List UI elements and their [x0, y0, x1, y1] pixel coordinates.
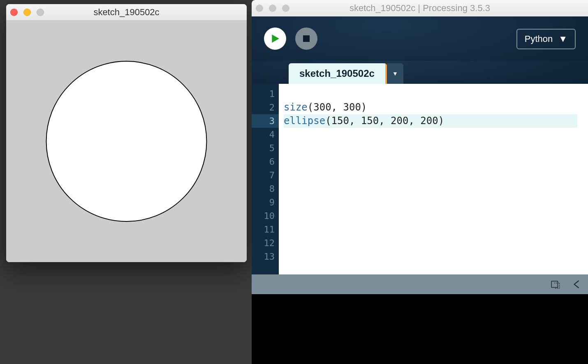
code-line[interactable]	[284, 168, 588, 182]
code-line[interactable]	[284, 223, 588, 236]
sketch-output-window: sketch_190502c	[6, 4, 247, 262]
message-bar	[252, 274, 588, 294]
mode-label: Python	[525, 34, 553, 44]
code-line[interactable]	[284, 209, 588, 223]
svg-rect-4	[551, 281, 558, 287]
maximize-icon[interactable]	[37, 9, 44, 16]
line-number: 1	[252, 87, 275, 101]
code-line[interactable]	[284, 87, 588, 101]
line-number: 5	[252, 141, 275, 155]
ide-toolbar: Python ▼	[252, 16, 588, 61]
text-token: (300, 300)	[308, 101, 367, 113]
code-editor[interactable]: 12345678910111213 size(300, 300)ellipse(…	[252, 84, 588, 274]
ide-titlebar: sketch_190502c | Processing 3.5.3	[252, 0, 588, 16]
code-line[interactable]	[284, 196, 588, 209]
close-icon[interactable]	[256, 5, 263, 12]
stop-button[interactable]	[295, 28, 317, 50]
code-line[interactable]: size(300, 300)	[284, 101, 588, 114]
code-line[interactable]	[284, 128, 588, 141]
ide-window: sketch_190502c | Processing 3.5.3 Python…	[252, 0, 588, 364]
tab-menu-button[interactable]: ▼	[387, 63, 403, 84]
keyword-token: ellipse	[284, 115, 325, 127]
minimize-icon[interactable]	[269, 5, 276, 12]
chevron-down-icon: ▼	[558, 34, 567, 44]
line-number: 9	[252, 196, 275, 209]
console-output[interactable]	[252, 294, 588, 364]
traffic-lights	[256, 5, 289, 12]
chevron-down-icon: ▼	[392, 70, 398, 77]
code-line[interactable]	[284, 236, 588, 250]
line-number: 13	[252, 250, 275, 263]
line-number: 11	[252, 223, 275, 236]
code-line[interactable]	[284, 141, 588, 155]
code-line[interactable]: ellipse(150, 150, 200, 200)	[284, 114, 588, 128]
ide-window-title: sketch_190502c | Processing 3.5.3	[252, 3, 588, 14]
file-tab-label: sketch_190502c	[299, 68, 375, 79]
line-number-gutter: 12345678910111213	[252, 84, 279, 274]
maximize-icon[interactable]	[282, 5, 289, 12]
text-token: (150, 150, 200, 200)	[325, 115, 444, 127]
svg-marker-2	[272, 35, 279, 43]
svg-rect-3	[303, 35, 310, 42]
line-number: 12	[252, 236, 275, 250]
run-button[interactable]	[264, 28, 286, 50]
line-number: 10	[252, 209, 275, 223]
close-icon[interactable]	[10, 9, 18, 16]
line-number: 8	[252, 182, 275, 196]
tab-row: sketch_190502c ▼	[252, 61, 588, 84]
stop-icon	[302, 35, 310, 43]
svg-point-1	[46, 61, 207, 221]
line-number: 2	[252, 101, 275, 114]
editor-scrollbar[interactable]	[577, 84, 588, 274]
code-line[interactable]	[284, 155, 588, 168]
sketch-canvas	[6, 21, 247, 262]
file-tab[interactable]: sketch_190502c	[289, 63, 387, 84]
line-number: 4	[252, 128, 275, 141]
play-icon	[271, 34, 280, 43]
toggle-debug-icon[interactable]	[550, 279, 561, 290]
code-line[interactable]	[284, 182, 588, 196]
mode-selector[interactable]: Python ▼	[516, 29, 576, 49]
sketch-canvas-svg	[6, 21, 247, 262]
code-area[interactable]: size(300, 300)ellipse(150, 150, 200, 200…	[279, 84, 588, 274]
line-number: 3	[252, 114, 279, 128]
sketch-titlebar: sketch_190502c	[6, 4, 247, 21]
line-number: 7	[252, 168, 275, 182]
collapse-console-icon[interactable]	[572, 280, 580, 289]
minimize-icon[interactable]	[23, 9, 31, 16]
code-line[interactable]	[284, 250, 588, 263]
traffic-lights	[10, 9, 44, 16]
keyword-token: size	[284, 101, 308, 113]
line-number: 6	[252, 155, 275, 168]
